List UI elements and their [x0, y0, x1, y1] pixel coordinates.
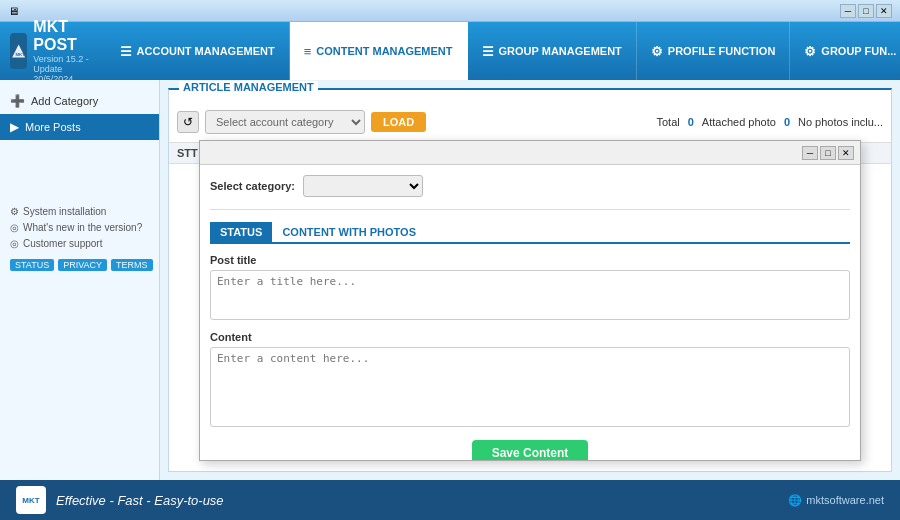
tab-content-management[interactable]: ≡ CONTENT MANAGEMENT — [290, 22, 468, 80]
modal-body: Select category: STATUS CONTENT WITH PHO… — [200, 165, 860, 460]
group-tab-label: GROUP MANAGEMENT — [499, 45, 622, 57]
account-tab-icon: ☰ — [120, 44, 132, 59]
footer-left: MKT Effective - Fast - Easy-to-use — [16, 486, 224, 514]
modal-maximize[interactable]: □ — [820, 146, 836, 160]
footer-logo: MKT — [16, 486, 46, 514]
minimize-button[interactable]: ─ — [840, 4, 856, 18]
website-label: mktsoftware.net — [806, 494, 884, 506]
tab-profile-function[interactable]: ⚙ PROFILE FUNCTION — [637, 22, 791, 80]
modal-dialog: ─ □ ✕ Select category: STATUS CONTEN — [199, 140, 861, 461]
profile-tab-icon: ⚙ — [651, 44, 663, 59]
customer-support-link[interactable]: ◎ Customer support — [0, 236, 159, 251]
content-area: ARTICLE MANAGEMENT ↺ Select account cate… — [160, 80, 900, 480]
toolbar-right: Total 0 Attached photo 0 No photos inclu… — [656, 116, 883, 128]
whats-new-link[interactable]: ◎ What's new in the version? — [0, 220, 159, 235]
footer-tagline: Effective - Fast - Easy-to-use — [56, 493, 224, 508]
svg-text:MKT: MKT — [15, 52, 25, 57]
main-layout: ➕ Add Category ▶ More Posts ⚙ System ins… — [0, 80, 900, 480]
content-input[interactable] — [210, 347, 850, 427]
no-photos-label: No photos inclu... — [798, 116, 883, 128]
logo-area: MKT MKT POST Version 15.2 - Update 20/5/… — [0, 22, 106, 80]
app-icon: 🖥 — [8, 5, 19, 17]
title-bar-controls: ─ □ ✕ — [840, 4, 892, 18]
app-header: MKT MKT POST Version 15.2 - Update 20/5/… — [0, 22, 900, 80]
system-installation-link[interactable]: ⚙ System installation — [0, 204, 159, 219]
whats-new-icon: ◎ — [10, 222, 19, 233]
post-title-label: Post title — [210, 254, 850, 266]
modal-tab-content[interactable]: CONTENT WITH PHOTOS — [272, 222, 426, 242]
support-label: Customer support — [23, 238, 102, 249]
sidebar: ➕ Add Category ▶ More Posts ⚙ System ins… — [0, 80, 160, 480]
attached-label: Attached photo — [702, 116, 776, 128]
category-dropdown-modal[interactable] — [303, 175, 423, 197]
sidebar-item-more-posts[interactable]: ▶ More Posts — [0, 114, 159, 140]
bottom-badges: STATUS PRIVACY TERMS — [0, 255, 159, 275]
tab-account-management[interactable]: ☰ ACCOUNT MANAGEMENT — [106, 22, 290, 80]
modal-close[interactable]: ✕ — [838, 146, 854, 160]
sidebar-item-add-category[interactable]: ➕ Add Category — [0, 88, 159, 114]
groupfunc-tab-label: GROUP FUN... — [821, 45, 896, 57]
system-icon: ⚙ — [10, 206, 19, 217]
profile-tab-label: PROFILE FUNCTION — [668, 45, 776, 57]
tab-group-management[interactable]: ☰ GROUP MANAGEMENT — [468, 22, 637, 80]
total-label: Total — [656, 116, 679, 128]
footer: MKT Effective - Fast - Easy-to-use 🌐 mkt… — [0, 480, 900, 520]
load-button[interactable]: LOAD — [371, 112, 426, 132]
select-category-label: Select category: — [210, 180, 295, 192]
terms-badge[interactable]: TERMS — [111, 259, 153, 271]
title-bar-left: 🖥 — [8, 5, 23, 17]
close-button[interactable]: ✕ — [876, 4, 892, 18]
globe-icon: 🌐 — [788, 494, 802, 507]
content-tab-icon: ≡ — [304, 44, 312, 59]
nav-tabs: ☰ ACCOUNT MANAGEMENT ≡ CONTENT MANAGEMEN… — [106, 22, 900, 80]
save-content-button[interactable]: Save Content — [472, 440, 589, 460]
posts-icon: ▶ — [10, 120, 19, 134]
logo-name: MKT POST — [33, 18, 95, 53]
logo-icon: MKT — [10, 33, 27, 69]
content-label: Content — [210, 331, 850, 343]
post-title-input[interactable] — [210, 270, 850, 320]
maximize-button[interactable]: □ — [858, 4, 874, 18]
whats-new-label: What's new in the version? — [23, 222, 142, 233]
content-tab-label: CONTENT MANAGEMENT — [316, 45, 452, 57]
title-bar: 🖥 ─ □ ✕ — [0, 0, 900, 22]
modal-minimize[interactable]: ─ — [802, 146, 818, 160]
bottom-links: ⚙ System installation ◎ What's new in th… — [0, 200, 159, 255]
account-tab-label: ACCOUNT MANAGEMENT — [137, 45, 275, 57]
add-icon: ➕ — [10, 94, 25, 108]
total-count: 0 — [688, 116, 694, 128]
privacy-badge[interactable]: PRIVACY — [58, 259, 107, 271]
groupfunc-tab-icon: ⚙ — [804, 44, 816, 59]
status-badge[interactable]: STATUS — [10, 259, 54, 271]
article-mgmt-title: ARTICLE MANAGEMENT — [179, 81, 318, 93]
support-icon: ◎ — [10, 238, 19, 249]
modal-controls: ─ □ ✕ — [802, 146, 854, 160]
add-category-label: Add Category — [31, 95, 98, 107]
attached-count: 0 — [784, 116, 790, 128]
article-management-panel: ARTICLE MANAGEMENT ↺ Select account cate… — [168, 88, 892, 472]
system-label: System installation — [23, 206, 106, 217]
tab-group-function[interactable]: ⚙ GROUP FUN... — [790, 22, 900, 80]
modal-tabs: STATUS CONTENT WITH PHOTOS — [210, 222, 850, 244]
category-select[interactable]: Select account category — [205, 110, 365, 134]
footer-right: 🌐 mktsoftware.net — [788, 494, 884, 507]
refresh-button[interactable]: ↺ — [177, 111, 199, 133]
modal-tab-status[interactable]: STATUS — [210, 222, 272, 242]
logo-text-area: MKT POST Version 15.2 - Update 20/5/2024 — [33, 18, 95, 83]
select-category-row: Select category: — [210, 175, 850, 210]
modal-titlebar: ─ □ ✕ — [200, 141, 860, 165]
article-toolbar: ↺ Select account category LOAD Total 0 A… — [169, 102, 891, 143]
group-tab-icon: ☰ — [482, 44, 494, 59]
more-posts-label: More Posts — [25, 121, 81, 133]
